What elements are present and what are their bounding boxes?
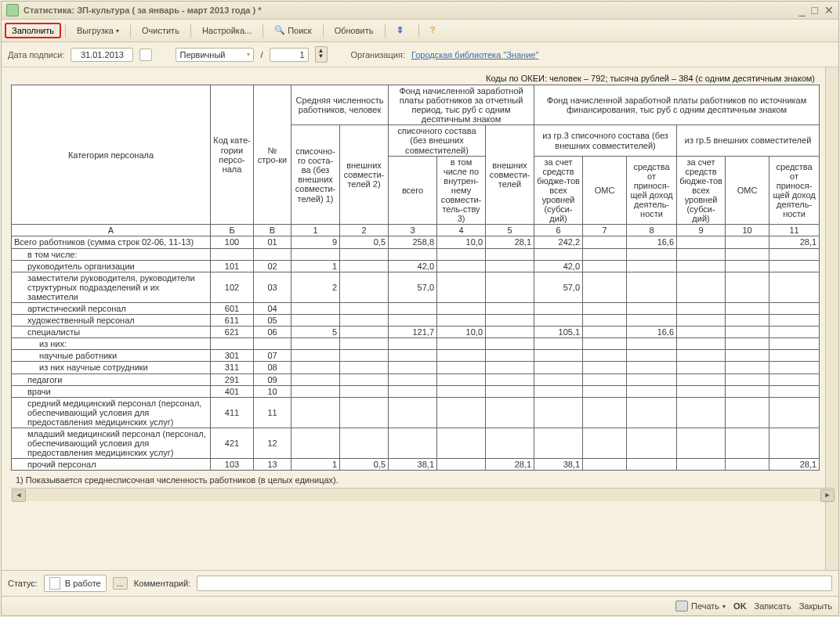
cell-c5[interactable]: 28,1 — [486, 459, 534, 471]
cell-c10[interactable] — [726, 350, 769, 362]
cell-c11[interactable] — [769, 385, 820, 397]
cell-c8[interactable] — [627, 373, 677, 385]
cell-c7[interactable] — [583, 459, 627, 471]
save-button[interactable]: Записать — [755, 601, 791, 611]
cell-c11[interactable] — [769, 302, 820, 314]
cell-c2[interactable] — [340, 385, 389, 397]
cell-c11[interactable] — [769, 362, 820, 373]
cell-c2[interactable] — [340, 397, 389, 428]
cell-c3[interactable]: 258,8 — [389, 236, 437, 248]
cell-c3[interactable]: 42,0 — [389, 260, 437, 272]
cell-c7[interactable] — [583, 350, 627, 362]
cell-c1[interactable]: 2 — [291, 272, 340, 302]
cell-c2[interactable] — [340, 272, 389, 302]
cell-c4[interactable]: 10,0 — [437, 327, 486, 338]
maximize-button[interactable]: □ — [812, 4, 818, 16]
cell-c7[interactable] — [583, 260, 627, 272]
cell-c6[interactable]: 57,0 — [534, 272, 583, 302]
cell-c6[interactable] — [534, 315, 583, 327]
cell-c7[interactable] — [583, 327, 627, 338]
expand-collapse-button[interactable]: ⇕ — [389, 22, 415, 39]
cell-c1[interactable]: 1 — [291, 459, 340, 471]
cell-c5[interactable] — [486, 302, 534, 314]
cell-c6[interactable]: 38,1 — [534, 459, 583, 471]
cell-c8[interactable] — [627, 315, 677, 327]
cell-c1[interactable] — [291, 428, 340, 459]
cell-c11[interactable] — [769, 373, 820, 385]
cell-c8[interactable]: 16,6 — [627, 236, 677, 248]
cell-c4[interactable] — [437, 385, 486, 397]
cell-c7[interactable] — [583, 302, 627, 314]
cell-c8[interactable] — [627, 397, 677, 428]
fill-button[interactable]: Заполнить — [5, 23, 61, 38]
cell-c10[interactable] — [726, 459, 769, 471]
ok-button[interactable]: OK — [733, 601, 747, 611]
cell-c1[interactable]: 1 — [291, 260, 340, 272]
cell-c8[interactable] — [627, 362, 677, 373]
cell-c5[interactable] — [486, 350, 534, 362]
cell-c7[interactable] — [583, 428, 627, 459]
cell-c8[interactable] — [627, 385, 677, 397]
cell-c6[interactable] — [534, 385, 583, 397]
cell-c5[interactable]: 28,1 — [486, 236, 534, 248]
cell-c10[interactable] — [726, 397, 769, 428]
cell-c7[interactable] — [583, 397, 627, 428]
cell-c1[interactable]: 5 — [291, 327, 340, 338]
comment-field[interactable] — [197, 576, 832, 591]
cell-c11[interactable]: 28,1 — [769, 459, 820, 471]
cell-c9[interactable] — [677, 327, 726, 338]
cell-c6[interactable] — [534, 373, 583, 385]
cell-c2[interactable]: 0,5 — [340, 236, 389, 248]
cell-c3[interactable] — [389, 350, 437, 362]
cell-c11[interactable] — [769, 315, 820, 327]
cell-c1[interactable]: 9 — [291, 236, 340, 248]
cell-c6[interactable] — [534, 350, 583, 362]
cell-c10[interactable] — [726, 236, 769, 248]
cell-c4[interactable] — [437, 260, 486, 272]
scroll-left-button[interactable]: ◄ — [12, 489, 26, 502]
cell-c10[interactable] — [726, 362, 769, 373]
cell-c10[interactable] — [726, 385, 769, 397]
cell-c7[interactable] — [583, 373, 627, 385]
cell-c5[interactable] — [486, 315, 534, 327]
cell-c2[interactable] — [340, 315, 389, 327]
cell-c3[interactable] — [389, 302, 437, 314]
cell-c7[interactable] — [583, 315, 627, 327]
kind-select[interactable]: Первичный▾ — [176, 48, 254, 62]
cell-c5[interactable] — [486, 397, 534, 428]
cell-c8[interactable] — [627, 260, 677, 272]
cell-c3[interactable]: 38,1 — [389, 459, 437, 471]
cell-c7[interactable] — [583, 362, 627, 373]
cell-c2[interactable] — [340, 327, 389, 338]
cell-c4[interactable] — [437, 428, 486, 459]
cell-c2[interactable]: 0,5 — [340, 459, 389, 471]
cell-c3[interactable] — [389, 397, 437, 428]
export-button[interactable]: Выгрузка▾ — [70, 23, 126, 38]
cell-c11[interactable]: 28,1 — [769, 236, 820, 248]
settings-button[interactable]: Настройка... — [195, 23, 259, 38]
cell-c5[interactable] — [486, 428, 534, 459]
status-choose-button[interactable]: ... — [113, 577, 128, 590]
cell-c8[interactable] — [627, 302, 677, 314]
cell-c4[interactable] — [437, 373, 486, 385]
cell-c9[interactable] — [677, 350, 726, 362]
search-button[interactable]: 🔍Поиск — [267, 22, 318, 39]
cell-c8[interactable]: 16,6 — [627, 327, 677, 338]
cell-c1[interactable] — [291, 350, 340, 362]
cell-c7[interactable] — [583, 385, 627, 397]
cell-c9[interactable] — [677, 428, 726, 459]
cell-c9[interactable] — [677, 373, 726, 385]
cell-c5[interactable] — [486, 373, 534, 385]
cell-c4[interactable] — [437, 302, 486, 314]
cell-c1[interactable] — [291, 302, 340, 314]
cell-c8[interactable] — [627, 272, 677, 302]
cell-c10[interactable] — [726, 327, 769, 338]
cell-c8[interactable] — [627, 428, 677, 459]
cell-c4[interactable] — [437, 362, 486, 373]
cell-c6[interactable] — [534, 362, 583, 373]
cell-c6[interactable] — [534, 302, 583, 314]
print-button[interactable]: Печать▾ — [675, 601, 726, 612]
cell-c10[interactable] — [726, 272, 769, 302]
cell-c2[interactable] — [340, 302, 389, 314]
cell-c9[interactable] — [677, 397, 726, 428]
